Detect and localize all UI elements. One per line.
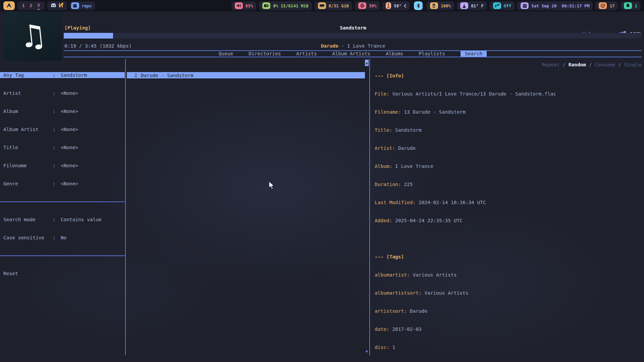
tag-value: 2017-02-03 — [389, 326, 422, 332]
notifications-widget[interactable]: 1 — [621, 1, 641, 10]
info-key: File: — [375, 91, 389, 97]
filter-row-album-artist[interactable]: Album Artist : <None> — [0, 126, 125, 132]
panel-separator-right — [369, 59, 370, 355]
workspace-2[interactable]: 2 — [30, 1, 33, 10]
filter-colon: : — [53, 72, 56, 78]
seek-bar-fill — [64, 33, 113, 39]
info-key: Album: — [375, 164, 392, 169]
filter-row-filename[interactable]: Filename : <None> — [0, 163, 125, 169]
tag-value: Various Artists — [410, 272, 457, 278]
tab-albums[interactable]: Albums — [386, 51, 403, 57]
info-value: I Love Trance — [392, 164, 433, 169]
temperature-widget[interactable]: 58° C — [382, 1, 410, 10]
tag-key: albumartist: — [375, 272, 410, 278]
filter-row-artist[interactable]: Artist : <None> — [0, 90, 125, 96]
idle-inhibitor-widget[interactable]: Off — [490, 1, 515, 10]
temperature-value: 58° C — [394, 3, 407, 8]
battery-widget[interactable]: 100% — [427, 1, 454, 10]
scroll-down-arrow[interactable]: ▼ — [365, 348, 369, 355]
tag-value: Darude — [407, 308, 427, 314]
info-key: Last Modified: — [375, 200, 416, 205]
weather-widget[interactable]: 81° F — [457, 1, 487, 10]
info-line: Filename: 13 Darude - Sandstorm — [375, 109, 643, 115]
filter-value: <None> — [61, 126, 78, 132]
discord-icon[interactable] — [51, 3, 56, 9]
filter-row-title[interactable]: Title : <None> — [0, 144, 125, 150]
info-value: 2024-02-14 18:16:34 UTC — [416, 200, 486, 205]
option-colon: : — [53, 217, 56, 223]
tag-line: date: 2017-02-03 — [375, 326, 643, 332]
disk-widget[interactable]: 8/31 GiB — [315, 1, 352, 10]
reset-button[interactable]: Reset — [0, 270, 125, 277]
filter-colon: : — [53, 126, 56, 132]
thermometer-icon — [386, 2, 391, 9]
volume-widget[interactable]: 85% — [231, 1, 257, 10]
volume-percent: 85% — [246, 3, 253, 8]
option-colon: : — [53, 235, 56, 241]
updates-widget[interactable]: 17 — [595, 1, 618, 10]
calendar-icon — [521, 2, 529, 9]
panel-divider — [0, 201, 125, 202]
filter-value: <None> — [61, 163, 78, 169]
tab-search-active[interactable]: Search — [461, 51, 487, 57]
filter-label: Album Artist — [3, 126, 53, 132]
filter-row-album[interactable]: Album : <None> — [0, 108, 125, 114]
filter-colon: : — [53, 108, 56, 114]
info-key: Artist: — [375, 145, 395, 151]
filter-label: Filename — [3, 163, 53, 169]
tab-playlists[interactable]: Playlists — [419, 51, 445, 57]
bluetooth-icon — [414, 1, 423, 10]
option-label: Search mode — [3, 217, 53, 223]
info-value: Darude — [395, 145, 416, 151]
music-note-icon: ♫ — [133, 72, 138, 78]
filter-label: Genre — [3, 181, 53, 187]
option-row-search-mode[interactable]: Search mode : Contains value — [0, 217, 125, 223]
info-value: 13 Darude - Sandstorm — [401, 109, 466, 115]
tab-album-artists[interactable]: Album Artists — [332, 51, 370, 57]
cpu-chip-icon — [358, 2, 366, 9]
tag-key: artistsort: — [375, 308, 407, 314]
info-value: 225 — [401, 182, 413, 187]
browser-icon[interactable] — [58, 3, 64, 9]
filter-value: <None> — [61, 181, 78, 187]
bluetooth-widget[interactable] — [413, 1, 424, 10]
launcher-button[interactable] — [3, 1, 15, 10]
memory-widget[interactable]: 0% 15/6141 MiB — [259, 1, 312, 10]
cpu-widget[interactable]: 39% — [355, 1, 380, 10]
idle-state: Off — [504, 3, 512, 8]
info-line: Album: I Love Trance — [375, 163, 643, 169]
info-key: Filename: — [375, 109, 401, 115]
tab-artists[interactable]: Artists — [296, 51, 317, 57]
filter-row-genre[interactable]: Genre : <None> — [0, 181, 125, 187]
tab-directories[interactable]: Directories — [249, 51, 281, 57]
ram-stick-icon — [318, 2, 326, 9]
filter-row-any-tag[interactable]: Any Tag : Sandstorm — [0, 72, 125, 78]
active-window-pill[interactable]: rmpc — [70, 1, 95, 10]
result-item-selected[interactable]: ♫ Darude - Sandstorm — [127, 72, 365, 78]
filter-label: Artist — [3, 90, 53, 96]
clock-widget[interactable]: Sat Sep 20 06:51:17 PM — [517, 1, 593, 10]
artist-name: Darude — [321, 43, 338, 49]
topbar-left-cluster: 1 2 3 rmpc — [3, 1, 95, 10]
workspace-3-active[interactable]: 3 — [37, 2, 40, 10]
option-value: Contains value — [61, 217, 102, 223]
option-row-case-sensitive[interactable]: Case sensitive : No — [0, 235, 125, 241]
music-note-icon: ♫ — [17, 19, 48, 53]
info-value: 2025-04-24 22:35:35 UTC — [392, 218, 463, 223]
flask-icon — [460, 2, 468, 9]
tag-line: albumartist: Various Artists — [375, 272, 643, 278]
workspace-switcher: 1 2 3 — [17, 1, 45, 10]
seek-bar[interactable] — [64, 33, 642, 39]
speaker-icon — [235, 2, 243, 9]
info-line: Duration: 225 — [375, 181, 643, 187]
clock-text: Sat Sep 20 06:51:17 PM — [531, 3, 589, 8]
scroll-up-arrow[interactable]: ▲ — [365, 60, 369, 66]
filter-label: Title — [3, 144, 53, 150]
ghost-icon — [71, 2, 79, 9]
results-scrollbar[interactable]: ▲ ▼ — [365, 60, 369, 355]
weather-temp: 81° F — [471, 3, 484, 8]
workspace-1[interactable]: 1 — [22, 1, 25, 10]
battery-icon — [430, 2, 438, 9]
battery-percent: 100% — [441, 3, 451, 8]
tab-queue[interactable]: Queue — [219, 51, 233, 57]
